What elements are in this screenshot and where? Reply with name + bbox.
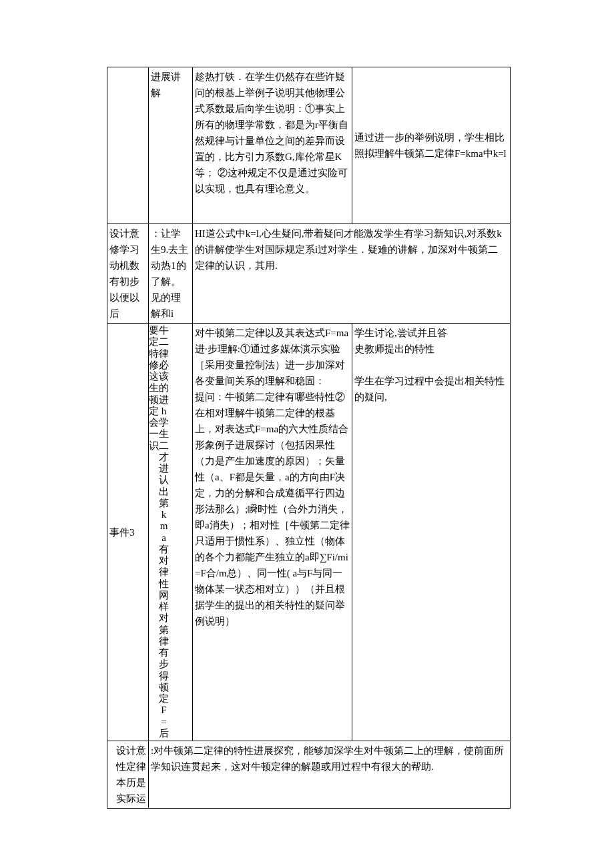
cell-r3c4: 学生讨论,尝试并且答 史教师提出的特性 学生在学习过程中会提出相关特性的疑问, [352, 324, 511, 741]
vertical-text-a: 要定特修这生顿定会一识 [149, 325, 159, 452]
cell-r3c3: 对牛顿第二定律以及其表达式F=ma进·步理解:①通过多媒体演示实验［采用变量控制… [193, 324, 352, 741]
cell-r1c2: 进展讲解 [149, 67, 193, 224]
vertical-text-b: 牛二律必该的进h学生二才进认出第kma有对律性网样对第律有步得顿定F=后 [159, 325, 169, 739]
table-row: 设计意性定律本历是实际运 :对牛顿第二定律的特性进展探究，能够加深学生对牛顿第二… [107, 741, 511, 809]
table-row: 设计意修学习动机数有初步以便以后 ：让学生9.去主动热1的了解。见的理解和i H… [107, 224, 511, 324]
cell-r3c1: 事件3 [107, 324, 149, 741]
cell-r2c3: HI道公式中k=l,心生疑问,带着疑问才能激发学生有学习新知识,对系数k的讲解使… [193, 224, 511, 324]
cell-r4c1: 设计意性定律本历是实际运 [107, 741, 149, 809]
document-page: 进展讲解 趁热打铁．在学生仍然存在些许疑问的根基上举例子说明其他物理公式系数最后… [0, 0, 614, 868]
cell-r1c1 [107, 67, 149, 224]
cell-r2c2: ：让学生9.去主动热1的了解。见的理解和i [149, 224, 193, 324]
cell-r2c1: 设计意修学习动机数有初步以便以后 [107, 224, 149, 324]
table-row: 进展讲解 趁热打铁．在学生仍然存在些许疑问的根基上举例子说明其他物理公式系数最后… [107, 67, 511, 224]
cell-r1c4: 通过进一步的举例说明，学生相比照拟理解牛顿第二定律F=kma中k=l [352, 67, 511, 224]
table-row: 事件3 要定特修这生顿定会一识 牛二律必该的进h学生二才进认出第kma有对律性网… [107, 324, 511, 741]
cell-r4c2: :对牛顿第二定律的特性进展探究，能够加深学生对牛顿第二上的理解，使前面所学知识连… [149, 741, 511, 809]
cell-r3c2: 要定特修这生顿定会一识 牛二律必该的进h学生二才进认出第kma有对律性网样对第律… [149, 324, 193, 741]
lesson-plan-table: 进展讲解 趁热打铁．在学生仍然存在些许疑问的根基上举例子说明其他物理公式系数最后… [107, 67, 511, 809]
cell-r1c3: 趁热打铁．在学生仍然存在些许疑问的根基上举例子说明其他物理公式系数最后向学生说明… [193, 67, 352, 224]
